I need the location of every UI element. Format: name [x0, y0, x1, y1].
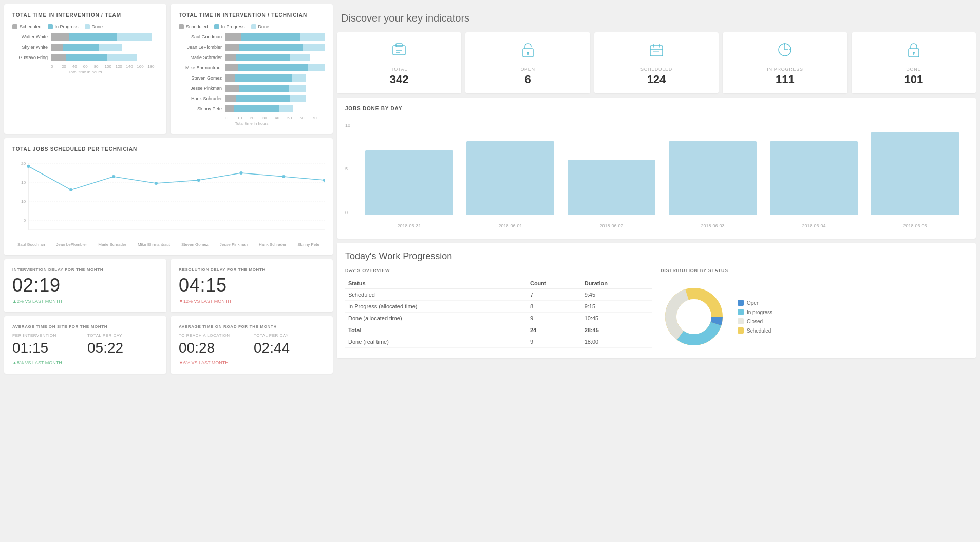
table-cell-count: 9	[527, 336, 581, 348]
tech-bar-row: Jean LePlombier	[179, 44, 325, 51]
line-chart-wrap: 20 15 10 5	[12, 158, 325, 240]
vert-bar	[466, 141, 554, 215]
kpi-scheduled-value: 124	[598, 73, 714, 86]
table-header-row: Status Count Duration	[345, 278, 652, 289]
tech-label: Hank Schrader	[259, 242, 286, 247]
avg-road-card: AVERAGE TIME ON ROAD FOR THE MONTH TO RE…	[171, 316, 333, 374]
vert-bar	[365, 150, 453, 215]
day-overview-section: DAY'S OVERVIEW Status Count Duration Sch…	[345, 268, 652, 350]
table-cell-status: Scheduled	[345, 289, 527, 301]
key-indicators-header: Discover your key indicators	[341, 8, 976, 26]
resolution-delay-title: RESOLUTION DELAY FOR THE MONTH	[179, 267, 325, 272]
legend-scheduled: Scheduled	[12, 24, 42, 29]
svg-rect-25	[650, 46, 663, 56]
table-row: Total2428:45	[345, 324, 652, 336]
date-label: 2018-06-03	[664, 223, 761, 228]
kpi-total-value: 342	[341, 73, 457, 86]
donut-chart	[661, 283, 727, 350]
avg-road-sub2-label: TOTAL PER DAY	[254, 333, 325, 338]
svg-point-12	[112, 175, 115, 178]
vert-bar	[871, 132, 958, 215]
kpi-done-label: DONE	[856, 67, 972, 72]
tech-x-axis: 010203040506070	[225, 115, 325, 120]
date-label: 2018-06-01	[462, 223, 559, 228]
table-cell-status: Done (allocated time)	[345, 313, 527, 324]
tech-x-label: Total time in hours	[179, 121, 325, 126]
y-axis: 10 5 0	[345, 123, 350, 215]
work-progression-card: Today's Work Progression DAY'S OVERVIEW …	[337, 243, 976, 358]
vert-bar	[770, 141, 857, 215]
kpi-scheduled-label: SCHEDULED	[598, 67, 714, 72]
avg-road-sub2: TOTAL PER DAY 02:44	[254, 333, 325, 356]
work-prog-grid: DAY'S OVERVIEW Status Count Duration Sch…	[345, 268, 968, 350]
tech-label: Jean LePlombier	[56, 242, 87, 247]
intervention-delay-card: INTERVENTION DELAY FOR THE MONTH 02:19 ▲…	[4, 259, 166, 312]
svg-point-15	[239, 171, 242, 175]
tech-label: Jesse Pinkman	[220, 242, 248, 247]
table-row: Done (real time)918:00	[345, 336, 652, 348]
donut-legend-item: Open	[738, 300, 772, 306]
date-label: 2018-06-04	[765, 223, 862, 228]
line-chart-card: TOTAL JOBS SCHEDULED PER TECHNICIAN 20 1…	[4, 138, 333, 255]
table-cell-duration: 10:45	[581, 313, 652, 324]
table-cell-duration: 9:15	[581, 301, 652, 313]
svg-point-23	[527, 52, 529, 54]
tech-label: Skinny Pete	[297, 242, 319, 247]
tech-bar-row: Skinny Pete	[179, 105, 325, 112]
resolution-delay-change: ▼12% VS LAST MONTH	[179, 299, 325, 304]
kpi-inprogress: IN PROGRESS 111	[723, 32, 847, 93]
vert-bar-col	[664, 123, 761, 215]
table-cell-status: Done (real time)	[345, 336, 527, 348]
avg-road-title: AVERAGE TIME ON ROAD FOR THE MONTH	[179, 324, 325, 329]
avg-site-title: AVERAGE TIME ON SITE FOR THE MONTH	[12, 324, 158, 329]
team-chart-card: TOTAL TIME IN INTERVENTION / TEAM Schedu…	[4, 4, 166, 134]
avg-road-sub1-value: 00:28	[179, 340, 250, 356]
svg-point-17	[323, 179, 325, 182]
svg-text:20: 20	[21, 161, 26, 166]
svg-point-36	[913, 52, 915, 54]
kpi-done: DONE 101	[852, 32, 976, 93]
tech-bar-row: Jesse Pinkman	[179, 85, 325, 92]
tech-label: Mike Ehrmantraut	[138, 242, 170, 247]
col-count: Count	[527, 278, 581, 289]
tech-label: Steven Gomez	[181, 242, 209, 247]
kpi-open-value: 6	[469, 73, 586, 86]
jobs-by-day-chart: 10 5 0 2018-05-312018-06-012018-06-02201…	[345, 118, 968, 230]
kpi-open: OPEN 6	[465, 32, 590, 93]
distribution-title: DISTRIBUTION BY STATUS	[661, 268, 968, 273]
kpi-scheduled-icon	[598, 40, 714, 63]
col-status: Status	[345, 278, 527, 289]
table-cell-status: In Progress (allocated time)	[345, 301, 527, 313]
line-chart-title: TOTAL JOBS SCHEDULED PER TECHNICIAN	[12, 146, 325, 152]
svg-point-13	[155, 182, 158, 185]
svg-point-14	[197, 179, 200, 182]
vert-bar-col	[866, 123, 964, 215]
kpi-done-value: 101	[856, 73, 972, 86]
top-charts-row: TOTAL TIME IN INTERVENTION / TEAM Schedu…	[4, 4, 333, 134]
avg-site-grid: PER INTERVENTION 01:15 TOTAL PER DAY 05:…	[12, 333, 158, 356]
key-indicators-section: Discover your key indicators	[337, 4, 976, 28]
kpi-open-icon	[469, 40, 586, 63]
svg-point-16	[282, 175, 285, 178]
team-bars: Walter WhiteSkyler WhiteGustavo Fring	[12, 33, 158, 61]
intervention-delay-value: 02:19	[12, 276, 158, 295]
donut-legend: OpenIn progressClosedScheduled	[738, 300, 772, 334]
kpi-total: TOTAL 342	[337, 32, 461, 93]
jobs-by-day-title: JOBS DONE BY DAY	[345, 106, 968, 111]
vert-bar-col	[462, 123, 559, 215]
avg-road-grid: TO REACH A LOCATION 00:28 TOTAL PER DAY …	[179, 333, 325, 356]
tech-bar-row: Steven Gomez	[179, 74, 325, 82]
tech-chart-title: TOTAL TIME IN INTERVENTION / TECHNICIAN	[179, 12, 325, 18]
work-table-body: Scheduled79:45In Progress (allocated tim…	[345, 289, 652, 348]
left-column: TOTAL TIME IN INTERVENTION / TEAM Schedu…	[4, 4, 333, 538]
team-chart-legend: Scheduled In Progress Done	[12, 24, 158, 29]
team-x-axis: 020406080100120140160180	[51, 64, 158, 69]
table-row: In Progress (allocated time)89:15	[345, 301, 652, 313]
table-cell-count: 24	[527, 324, 581, 336]
vert-bar-col	[361, 123, 458, 215]
avg-site-sub2: TOTAL PER DAY 05:22	[87, 333, 158, 356]
team-x-label: Total time in hours	[12, 70, 158, 74]
donut-legend-item: In progress	[738, 309, 772, 315]
kpi-row: TOTAL 342 OPEN 6	[337, 32, 976, 93]
intervention-delay-change: ▲2% VS LAST MONTH	[12, 299, 158, 304]
